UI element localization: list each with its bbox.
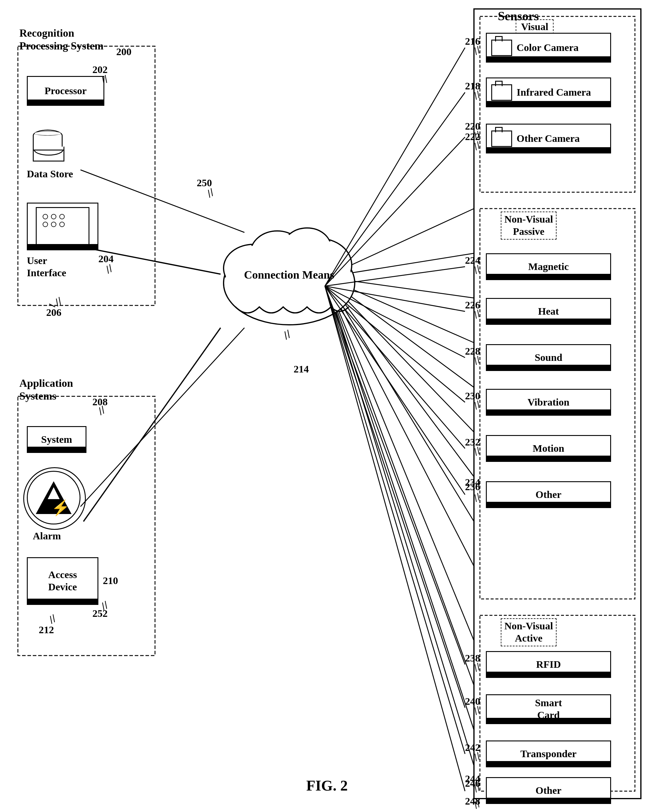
datastore-label: Data Store <box>27 168 73 180</box>
sound-box: Sound <box>486 344 611 371</box>
svg-text:Connection Means: Connection Means <box>244 269 335 281</box>
slash-232: // <box>471 444 483 458</box>
userinterface-label: UserInterface <box>27 255 66 279</box>
alarm-label: Alarm <box>33 530 61 542</box>
slash-216: // <box>471 44 483 57</box>
nonvisual-passive-label: Non-VisualPassive <box>501 212 556 240</box>
rfid-box: RFID <box>486 651 611 678</box>
recognition-label: RecognitionProcessing System <box>19 27 104 52</box>
infrared-camera-box: Infrared Camera <box>486 78 611 107</box>
other-passive-box: Other <box>486 481 611 508</box>
userinterface-box <box>27 203 98 250</box>
svg-line-34 <box>84 328 221 522</box>
heat-box: Heat <box>486 298 611 325</box>
slash-236: // <box>471 490 483 504</box>
slash-238: // <box>471 660 483 674</box>
color-camera-box: Color Camera <box>486 33 611 63</box>
motion-box: Motion <box>486 435 611 462</box>
application-label: ApplicationSystems <box>19 377 73 403</box>
slash-242: // <box>471 750 483 763</box>
other-camera-box: Other Camera <box>486 124 611 153</box>
num-236: 236 <box>465 481 480 493</box>
visual-section-label: Visual <box>516 19 553 34</box>
num-200: 200 <box>116 46 131 58</box>
transponder-box: Transponder <box>486 740 611 767</box>
num-210: 210 <box>103 575 118 586</box>
slash-222: // <box>471 139 483 153</box>
slash-226: // <box>471 307 483 321</box>
vibration-box: Vibration <box>486 389 611 416</box>
slash-230: // <box>471 398 483 412</box>
num-212: 212 <box>39 624 54 636</box>
diagram: RecognitionProcessing System 200 Process… <box>0 0 654 812</box>
nonvisual-active-label: Non-VisualActive <box>501 618 556 646</box>
svg-text://: // <box>281 327 293 342</box>
magnetic-box: Magnetic <box>486 253 611 280</box>
num-214: 214 <box>293 363 309 375</box>
slash-224: // <box>471 263 483 276</box>
cloud-shape: Connection Means // <box>215 194 364 372</box>
slash-228: // <box>471 353 483 367</box>
datastore-icon <box>33 130 69 165</box>
svg-line-48 <box>49 304 55 307</box>
slash-250a: // <box>204 186 216 200</box>
system-box: System <box>27 426 86 453</box>
slash-240: // <box>471 704 483 717</box>
processor-box: Processor <box>27 76 104 106</box>
num-202: 202 <box>92 64 108 75</box>
access-box: AccessDevice <box>27 557 98 605</box>
svg-point-30 <box>285 229 329 265</box>
smartcard-box: SmartCard <box>486 694 611 724</box>
alarm-icon: ⚡ <box>27 471 81 524</box>
slash-218: // <box>471 88 483 102</box>
fig-caption: FIG. 2 <box>0 777 654 794</box>
